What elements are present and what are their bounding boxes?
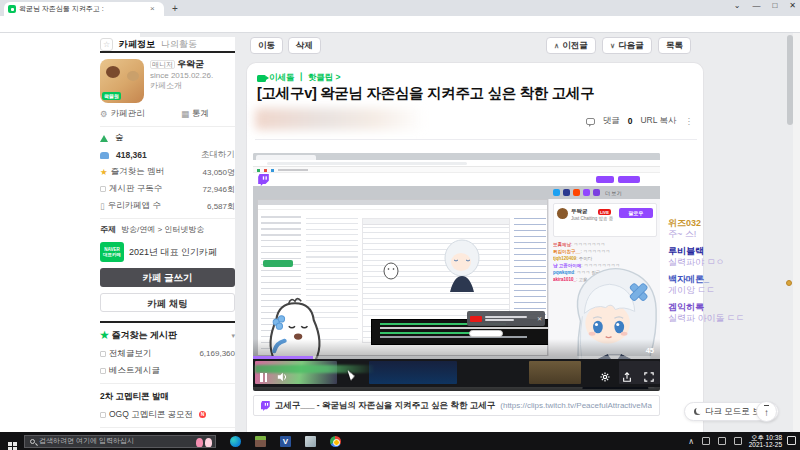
sidebar-item-ogq-contest[interactable]: OGQ 고멥티콘 공모전N: [100, 409, 235, 421]
forest-icon: [100, 135, 108, 142]
video-player[interactable]: 더 보기: [253, 153, 660, 391]
tab-close-icon[interactable]: ×: [150, 5, 155, 13]
forest-link[interactable]: 숲: [115, 132, 124, 144]
tray-icon[interactable]: [734, 437, 742, 445]
browser-tab[interactable]: 왁굳님 자존심을 지켜주고 : ×: [4, 2, 164, 16]
chat-message: 루비블랙 실력파야 ㅁㅇ: [668, 246, 788, 268]
follow-button: 팔로우: [619, 208, 653, 218]
twitch-logo-icon: [258, 174, 269, 186]
comment-label[interactable]: 댓글: [603, 115, 620, 127]
scrollbar-track[interactable]: [793, 33, 800, 432]
start-button[interactable]: [0, 432, 24, 450]
clip-link-box[interactable]: 고세구___ - 왁굳님의 자존심을 지켜주고 싶은 착한 고세구 (https…: [253, 395, 660, 416]
post-card: 이세돌 ┃ 핫클립 > [고세구v] 왁굳님 자존심을 지켜주고 싶은 착한 고…: [246, 62, 704, 432]
prev-post-button[interactable]: ∧이전글: [546, 37, 596, 54]
live-badge-icon: [470, 316, 482, 322]
minimize-button[interactable]: —: [752, 1, 760, 10]
chrome-icon[interactable]: [330, 436, 341, 447]
chat-message: 위즈032 주~ 스!: [668, 218, 788, 240]
tray-icon[interactable]: [718, 437, 726, 445]
manager-name[interactable]: 우왁굳: [177, 59, 204, 69]
post-title: [고세구v] 왁굳님 자존심을 지켜주고 싶은 착한 고세구: [257, 84, 687, 103]
inner-signup-button: [618, 176, 640, 183]
move-post-button[interactable]: 이동: [250, 37, 283, 54]
cafe-stats-link[interactable]: ▦통계: [181, 108, 209, 120]
toast-close-icon: ✕: [537, 315, 542, 322]
taskbar-clock[interactable]: 오후 10:38 2021-12-25: [749, 434, 782, 448]
share-upload-icon[interactable]: [622, 372, 632, 382]
maximize-button[interactable]: □: [772, 1, 777, 10]
favorite-star-icon[interactable]: ☆: [100, 38, 113, 51]
fullscreen-icon[interactable]: [644, 372, 654, 382]
cafe-intro-link[interactable]: 카페소개: [150, 81, 213, 92]
sidebar-tabs: ☆ 카페정보 나의활동: [100, 37, 235, 53]
scroll-to-top-button[interactable]: ↑: [756, 401, 777, 422]
seek-fill: [253, 356, 313, 359]
streamer-avatar: [557, 208, 568, 219]
taskbar-search[interactable]: 검색하려면 여기에 입력하십시: [24, 435, 216, 448]
cafe-write-button[interactable]: 카페 글쓰기: [100, 268, 235, 287]
sidebar-item-best-posts[interactable]: 베스트게시글: [100, 365, 235, 377]
next-post-button[interactable]: ∨다음글: [602, 37, 652, 54]
twitch-share-icon: [583, 189, 590, 196]
cafe-favicon: [8, 5, 16, 13]
clip-title: 고세구___ - 왁굳님의 자존심을 지켜주고 싶은 착한 고세구: [275, 400, 496, 412]
action-center-icon[interactable]: [787, 436, 796, 445]
inner-browser-tabbar: [253, 153, 660, 160]
counter-label: ★즐겨찾는 멤버: [100, 166, 164, 178]
favorite-boards-header[interactable]: ★ 즐겨찾는 게시판 ▾: [100, 321, 235, 342]
sidebar-item-all-posts[interactable]: 전체글보기 6,169,360: [100, 348, 235, 360]
tab-cafe-info[interactable]: 카페정보: [119, 38, 155, 51]
topic-label: 주제: [100, 224, 116, 235]
window-controls: ⌄ — □ ✕: [734, 1, 796, 10]
clip-thumbnails: [253, 359, 660, 387]
cafe-profile-image[interactable]: 왁물원: [100, 59, 144, 103]
inner-anime-girl: [440, 236, 484, 296]
delete-post-button[interactable]: 삭제: [288, 37, 321, 54]
tab-my-activity[interactable]: 나의활동: [161, 38, 197, 51]
more-button: 더 보기: [605, 190, 621, 196]
tray-icon[interactable]: [702, 437, 710, 445]
sidebar-section: 2차 고멥티콘 발매: [100, 391, 235, 403]
edge-icon[interactable]: [230, 436, 241, 447]
counter-value: 6,587회: [207, 201, 235, 212]
tab-search-icon[interactable]: ⌄: [734, 1, 741, 10]
system-tray: ∧: [688, 432, 742, 450]
tray-expand-icon[interactable]: ∧: [688, 437, 694, 446]
browser-tabbar: 왁굳님 자존심을 지켜주고 : × + ⌄ — □ ✕: [0, 0, 800, 16]
explorer-icon[interactable]: [305, 436, 316, 447]
list-button[interactable]: 목록: [658, 37, 691, 54]
settings-gear-icon[interactable]: [600, 372, 610, 382]
manager-badge: 매니저: [150, 60, 175, 69]
moon-icon: [694, 408, 701, 415]
inner-streamer-card: 우왁굳 LIVE Just Chatting 방송 중 팔로우: [553, 203, 657, 237]
windows-taskbar: 검색하려면 여기에 입력하십시 V ∧ 오후 10:38 2021-12-25: [0, 432, 800, 450]
seek-bar[interactable]: [253, 356, 660, 359]
streamer-status: Just Chatting 방송 중: [571, 216, 613, 221]
cafe-chat-button[interactable]: 카페 채팅: [100, 293, 235, 312]
cafe-profile: 왁물원 매니저우왁굳 since 2015.02.26. 카페소개: [100, 59, 235, 103]
topic-value[interactable]: 방송/연예 > 인터넷방송: [121, 224, 204, 235]
twitch-icon: [261, 400, 270, 412]
v-app-icon[interactable]: V: [280, 436, 291, 447]
post-kebab-icon[interactable]: ⋮: [685, 116, 694, 126]
cafe-award: NAVER 대표카페 2021년 대표 인기카페: [100, 242, 235, 262]
invite-link[interactable]: 초대하기: [201, 149, 235, 161]
close-button[interactable]: ✕: [789, 1, 796, 10]
url-copy-button[interactable]: URL 복사: [640, 115, 676, 127]
collapse-icon[interactable]: ▾: [231, 332, 235, 340]
tab-title: 왁굳님 자존심을 지켜주고 :: [19, 4, 147, 14]
new-badge: N: [199, 411, 206, 418]
search-highlight-icon: [196, 438, 212, 447]
clip-url[interactable]: (https://clips.twitch.tv/PeacefulAttract…: [500, 401, 652, 410]
cafe-sidebar: ☆ 카페정보 나의활동 왁물원 매니저우왁굳 since 2015.02.26.…: [100, 37, 235, 432]
post-category[interactable]: 이세돌 ┃ 핫클립 >: [257, 72, 341, 84]
scrollbar-thumb[interactable]: [787, 35, 793, 125]
cafe-page: ☆ 카페정보 나의활동 왁물원 매니저우왁굳 since 2015.02.26.…: [0, 33, 793, 432]
minecraft-icon[interactable]: [255, 436, 266, 447]
pause-button[interactable]: [260, 373, 267, 382]
cafe-manage-link[interactable]: ⚙카페관리: [100, 108, 145, 120]
new-tab-button[interactable]: +: [172, 4, 178, 14]
volume-icon[interactable]: [277, 372, 287, 382]
members-icon: [100, 152, 109, 159]
